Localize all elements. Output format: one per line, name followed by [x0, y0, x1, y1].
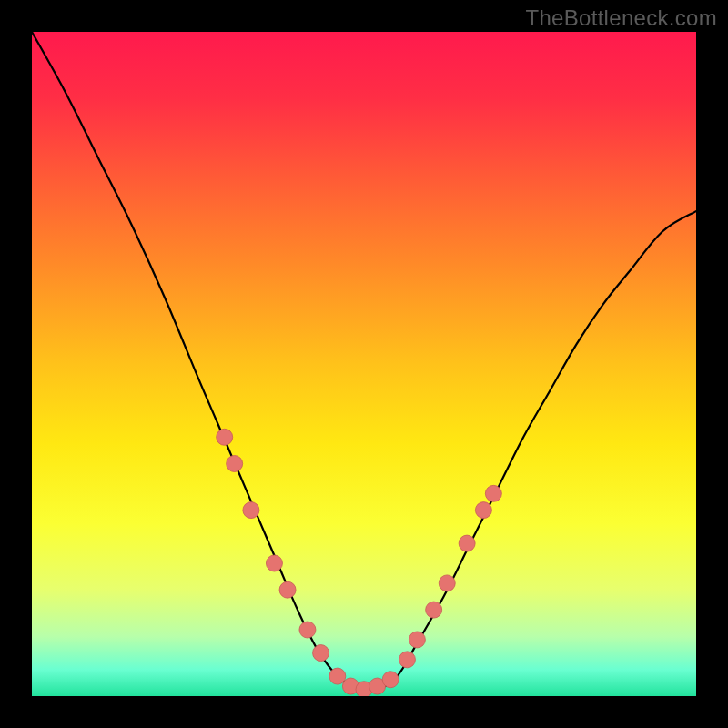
data-point	[485, 485, 501, 501]
data-point	[279, 581, 296, 598]
data-point	[313, 645, 329, 662]
data-point	[266, 555, 282, 571]
bottleneck-curve	[32, 32, 696, 696]
data-point	[227, 456, 243, 472]
data-point	[409, 632, 425, 648]
data-point	[475, 502, 491, 519]
data-point	[439, 575, 455, 592]
plot-area	[32, 32, 696, 696]
data-point	[299, 622, 316, 638]
data-point	[426, 602, 442, 618]
data-point	[382, 672, 399, 688]
data-point	[217, 429, 233, 445]
watermark-text: TheBottleneck.com	[525, 5, 717, 31]
data-point	[243, 502, 259, 519]
data-point	[399, 652, 415, 668]
chart-frame: TheBottleneck.com	[0, 0, 728, 728]
data-point	[329, 668, 346, 684]
data-point	[459, 535, 475, 551]
